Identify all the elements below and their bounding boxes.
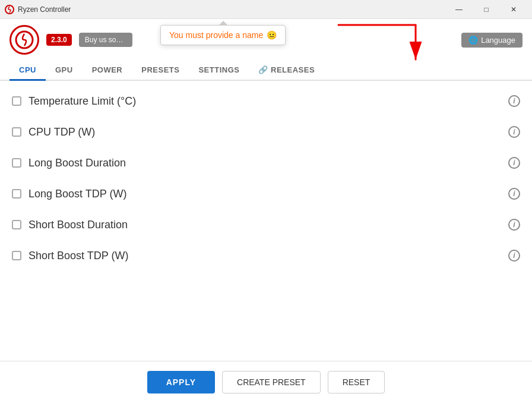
app-title: Ryzen Controller (18, 5, 445, 14)
checkbox-temp-limit[interactable] (12, 96, 21, 106)
reset-button[interactable]: RESET (328, 371, 385, 393)
settings-content: Temperature Limit (°C) i CPU TDP (W) i L… (0, 81, 532, 276)
warning-text: You must provide a name (169, 30, 263, 40)
label-long-boost-tdp: Long Boost TDP (W) (28, 188, 501, 200)
checkbox-long-boost-tdp[interactable] (12, 189, 21, 199)
buy-button[interactable]: Buy us some b (79, 33, 132, 47)
info-icon-cpu-tdp[interactable]: i (508, 126, 520, 138)
setting-row-long-boost-tdp: Long Boost TDP (W) i (0, 178, 532, 209)
app-icon (5, 5, 14, 14)
tab-settings[interactable]: SETTINGS (189, 61, 249, 81)
app-logo (10, 25, 39, 55)
title-bar: Ryzen Controller — □ ✕ (0, 0, 532, 19)
tab-gpu[interactable]: GPU (46, 61, 83, 81)
header: 2.3.0 Buy us some b You must provide a n… (0, 19, 532, 61)
setting-row-long-boost-duration: Long Boost Duration i (0, 147, 532, 178)
tab-releases[interactable]: 🔗 RELEASES (249, 61, 324, 81)
minimize-button[interactable]: — (445, 0, 473, 19)
checkbox-short-boost-duration[interactable] (12, 220, 21, 229)
create-preset-button[interactable]: CREATE PRESET (222, 371, 321, 393)
label-short-boost-tdp: Short Boost TDP (W) (28, 250, 501, 262)
maximize-button[interactable]: □ (473, 0, 500, 19)
info-icon-long-boost-duration[interactable]: i (508, 157, 520, 169)
logo-icon (15, 30, 34, 49)
tab-power[interactable]: POWER (83, 61, 132, 81)
language-button[interactable]: 🌐 Language (461, 33, 522, 48)
setting-row-short-boost-duration: Short Boost Duration i (0, 209, 532, 240)
version-badge: 2.3.0 (46, 34, 72, 46)
info-icon-short-boost-duration[interactable]: i (508, 219, 520, 231)
globe-icon: 🌐 (468, 36, 478, 45)
checkbox-long-boost-duration[interactable] (12, 158, 21, 168)
label-short-boost-duration: Short Boost Duration (28, 219, 501, 231)
label-temp-limit: Temperature Limit (°C) (28, 95, 501, 108)
checkbox-short-boost-tdp[interactable] (12, 251, 21, 260)
apply-button[interactable]: APPLY (147, 371, 215, 393)
setting-row-cpu-tdp: CPU TDP (W) i (0, 117, 532, 147)
setting-row-temp-limit: Temperature Limit (°C) i (0, 86, 532, 117)
info-icon-short-boost-tdp[interactable]: i (508, 250, 520, 262)
info-icon-temp-limit[interactable]: i (508, 95, 520, 107)
tab-bar: CPU GPU POWER PRESETS SETTINGS 🔗 RELEASE… (0, 61, 532, 81)
label-long-boost-duration: Long Boost Duration (28, 157, 501, 169)
tab-presets[interactable]: PRESETS (132, 61, 189, 81)
warning-emoji: 😐 (267, 30, 277, 40)
tab-cpu[interactable]: CPU (10, 61, 46, 81)
language-label: Language (481, 36, 515, 45)
checkbox-cpu-tdp[interactable] (12, 127, 21, 137)
window-controls: — □ ✕ (445, 0, 527, 19)
footer-actions: APPLY CREATE PRESET RESET (0, 361, 532, 403)
label-cpu-tdp: CPU TDP (W) (28, 126, 501, 138)
name-warning-tooltip: You must provide a name 😐 (160, 25, 286, 45)
setting-row-short-boost-tdp: Short Boost TDP (W) i (0, 240, 532, 271)
close-button[interactable]: ✕ (500, 0, 527, 19)
info-icon-long-boost-tdp[interactable]: i (508, 188, 520, 200)
